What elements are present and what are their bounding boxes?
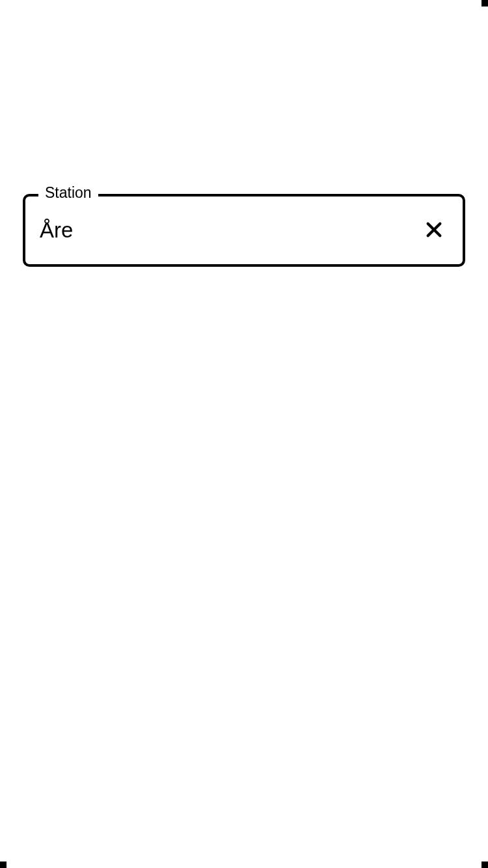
station-field-container: Station (23, 194, 465, 267)
corner-mark (0, 861, 7, 868)
clear-button[interactable] (418, 214, 450, 247)
station-field-label: Station (38, 184, 98, 202)
station-input[interactable] (40, 218, 418, 243)
station-field-box (23, 194, 465, 267)
content-area: Station (0, 0, 488, 267)
close-icon (424, 219, 444, 242)
corner-mark (481, 0, 488, 7)
corner-mark (481, 861, 488, 868)
